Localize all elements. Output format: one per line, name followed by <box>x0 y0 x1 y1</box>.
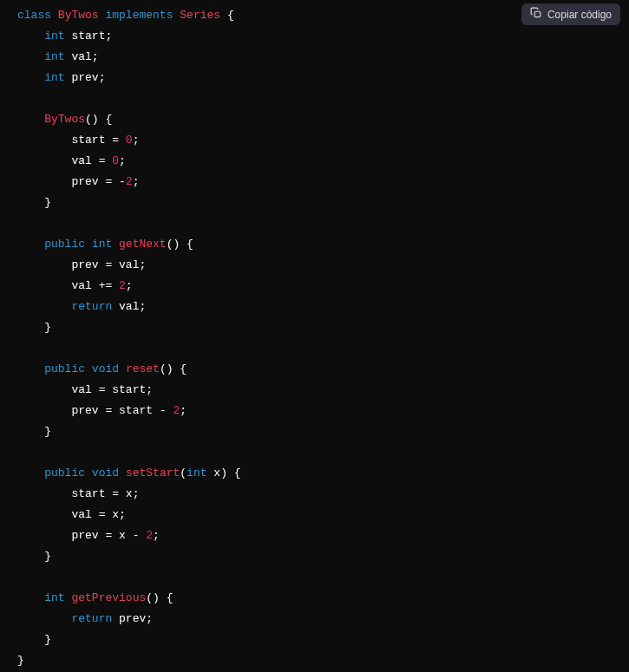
type-int: int <box>44 50 64 63</box>
svg-rect-0 <box>534 11 540 16</box>
fn-getnext: getNext <box>119 238 167 251</box>
kw-return: return <box>71 612 112 625</box>
id-start: start <box>71 29 105 42</box>
type-int: int <box>187 466 206 480</box>
num-two: 2 <box>119 279 126 292</box>
type-void: void <box>92 362 119 375</box>
class-name-series: Series <box>180 9 220 22</box>
kw-implements: implements <box>105 9 173 22</box>
type-void: void <box>92 466 119 480</box>
ctor-bytwos: ByTwos <box>44 113 85 126</box>
id-x: x <box>213 466 220 480</box>
num-zero: 0 <box>126 134 133 147</box>
num-two: 2 <box>146 529 153 542</box>
kw-class: class <box>17 9 51 22</box>
kw-public: public <box>44 362 85 375</box>
type-int: int <box>92 238 112 251</box>
num-two: 2 <box>126 175 133 188</box>
copy-code-label: Copiar código <box>547 9 612 21</box>
copy-icon <box>530 7 542 22</box>
class-name-bytwos: ByTwos <box>58 9 99 22</box>
kw-public: public <box>44 466 85 480</box>
id-prev: prev <box>71 71 98 84</box>
fn-setstart: setStart <box>126 466 180 480</box>
kw-return: return <box>71 300 112 313</box>
copy-code-button[interactable]: Copiar código <box>521 3 620 25</box>
type-int: int <box>44 591 64 604</box>
num-zero: 0 <box>112 154 119 167</box>
id-val: val <box>71 50 91 63</box>
fn-getprevious: getPrevious <box>71 591 146 604</box>
kw-public: public <box>44 238 85 251</box>
code-block: class ByTwos implements Series { int sta… <box>0 0 629 672</box>
type-int: int <box>44 71 64 84</box>
fn-reset: reset <box>126 362 160 375</box>
type-int: int <box>44 29 64 42</box>
